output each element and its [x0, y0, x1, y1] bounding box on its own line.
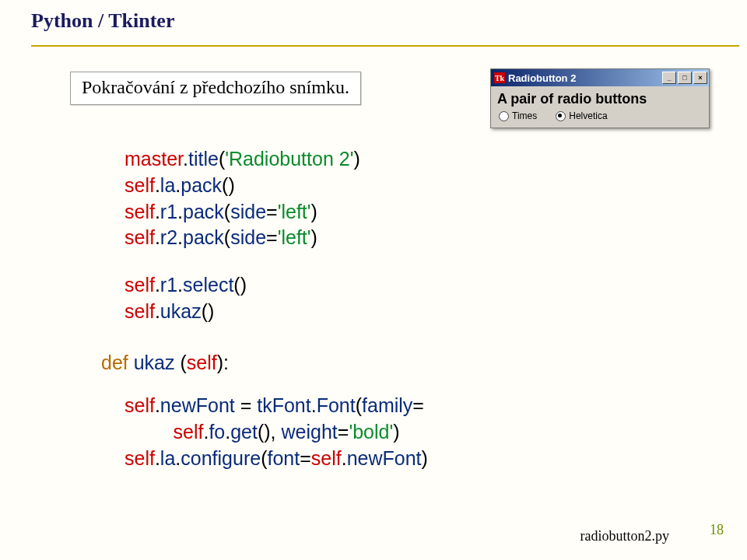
- tk-label: A pair of radio buttons: [497, 89, 703, 110]
- radio-label: Times: [512, 110, 537, 121]
- close-icon: ×: [693, 72, 707, 84]
- page-number: 18: [710, 522, 724, 538]
- code-block-1: master.title('Radiobutton 2') self.la.pa…: [124, 146, 360, 251]
- radio-icon: [556, 111, 566, 121]
- maximize-icon: □: [678, 72, 692, 84]
- tk-window-title: Radiobutton 2: [508, 72, 576, 84]
- tk-icon: Tk: [494, 72, 505, 83]
- code-block-3: def ukaz (self):: [101, 350, 229, 376]
- tk-titlebar: Tk Radiobutton 2 _ □ ×: [491, 69, 709, 86]
- slide-title: Python / Tkinter: [31, 9, 174, 33]
- code-block-2: self.r1.select() self.ukaz(): [124, 272, 247, 325]
- footer-filename: radiobutton2.py: [580, 528, 670, 544]
- radio-label: Helvetica: [569, 110, 607, 121]
- radio-icon: [499, 111, 509, 121]
- tk-window-screenshot: Tk Radiobutton 2 _ □ × A pair of radio b…: [490, 68, 710, 128]
- tk-radio-option: Times: [499, 110, 537, 121]
- title-underline: [31, 45, 739, 47]
- code-block-4: self.newFont = tkFont.Font(family= self.…: [124, 393, 428, 471]
- tk-radio-option: Helvetica: [556, 110, 607, 121]
- minimize-icon: _: [662, 72, 676, 84]
- tk-window-body: A pair of radio buttons TimesHelvetica: [491, 86, 709, 128]
- continuation-note: Pokračování z předchozího snímku.: [70, 72, 361, 105]
